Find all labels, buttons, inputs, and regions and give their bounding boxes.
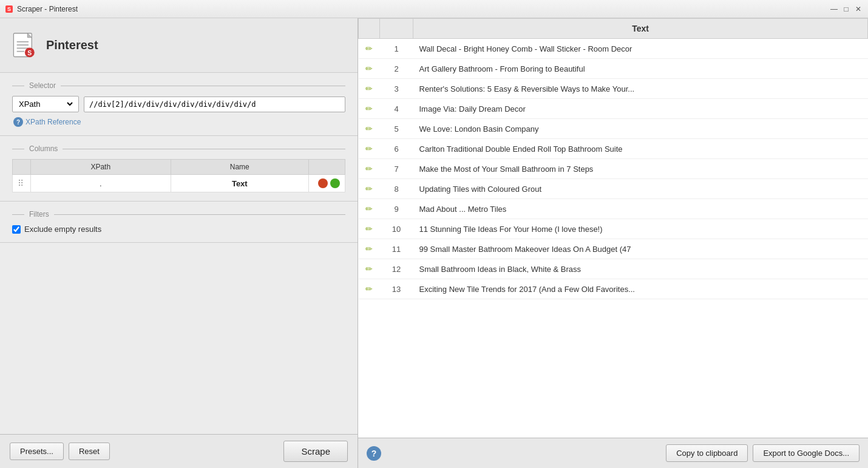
window-title: Scraper - Pinterest [17, 5, 78, 13]
name-cell: Text [171, 175, 308, 192]
row-text: Updating Tiles with Coloured Grout [413, 179, 868, 199]
edit-icon[interactable]: ✏ [365, 164, 373, 174]
edit-cell[interactable]: ✏ [359, 99, 380, 119]
row-number: 4 [380, 99, 413, 119]
edit-icon[interactable]: ✏ [365, 144, 373, 154]
edit-icon[interactable]: ✏ [365, 64, 373, 73]
xpath-cell: . [31, 175, 171, 192]
reset-button[interactable]: Reset [69, 443, 110, 460]
document-icon: S [11, 32, 38, 59]
row-text: Make the Most of Your Small Bathroom in … [413, 159, 868, 179]
edit-icon[interactable]: ✏ [365, 264, 373, 274]
window-controls[interactable]: — □ ✕ [829, 4, 863, 14]
app-icon-small: S [5, 5, 13, 13]
selector-type-select[interactable]: XPath CSS [16, 99, 75, 109]
row-actions [314, 178, 340, 188]
title-bar-title: S Scraper - Pinterest [5, 5, 78, 13]
right-toolbar-buttons: Copy to clipboard Export to Google Docs.… [666, 444, 860, 462]
row-number: 5 [380, 119, 413, 139]
edit-cell[interactable]: ✏ [359, 219, 380, 239]
right-bottom-toolbar: ? Copy to clipboard Export to Google Doc… [358, 438, 868, 468]
edit-cell[interactable]: ✏ [359, 159, 380, 179]
table-row: ✏5We Love: London Basin Company [359, 119, 868, 139]
actions-cell [309, 175, 345, 192]
actions-col-header [309, 160, 345, 175]
selector-type-dropdown[interactable]: XPath CSS [12, 96, 79, 112]
edit-icon[interactable]: ✏ [365, 184, 373, 194]
main-layout: S Pinterest Selector XPath CSS ? XPath R… [0, 18, 868, 468]
edit-icon[interactable]: ✏ [365, 284, 373, 294]
help-button[interactable]: ? [367, 446, 381, 461]
row-number: 10 [380, 219, 413, 239]
edit-cell[interactable]: ✏ [359, 39, 380, 59]
copy-to-clipboard-button[interactable]: Copy to clipboard [666, 444, 748, 462]
row-number: 12 [380, 259, 413, 279]
results-header-row: Text [359, 19, 868, 39]
table-row: ✏1199 Small Master Bathroom Makeover Ide… [359, 239, 868, 259]
exclude-empty-checkbox[interactable] [12, 225, 21, 234]
row-number: 7 [380, 159, 413, 179]
exclude-empty-label[interactable]: Exclude empty results [24, 225, 101, 234]
row-text: Art Gallery Bathroom - From Boring to Be… [413, 59, 868, 79]
filters-label: Filters [12, 210, 345, 219]
edit-icon[interactable]: ✏ [365, 224, 373, 234]
results-table: Text ✏1Wall Decal - Bright Honey Comb - … [358, 18, 868, 299]
columns-table: XPath Name ⠿ . Text [12, 159, 345, 192]
selector-label: Selector [12, 81, 345, 90]
edit-icon[interactable]: ✏ [365, 44, 373, 53]
presets-button[interactable]: Presets... [10, 443, 64, 460]
columns-section: Columns XPath Name ⠿ . [0, 136, 358, 202]
edit-icon[interactable]: ✏ [365, 104, 373, 114]
row-text: 11 Stunning Tile Ideas For Your Home (I … [413, 219, 868, 239]
table-row: ✏4Image Via: Daily Dream Decor [359, 99, 868, 119]
table-row: ✏9Mad About ... Metro Tiles [359, 199, 868, 219]
row-number: 8 [380, 179, 413, 199]
app-icon: S [10, 30, 39, 61]
edit-cell[interactable]: ✏ [359, 239, 380, 259]
row-text: Mad About ... Metro Tiles [413, 199, 868, 219]
xpath-reference-label: XPath Reference [25, 118, 81, 126]
edit-col-header [359, 19, 380, 39]
filters-section: Filters Exclude empty results [0, 202, 358, 243]
close-button[interactable]: ✕ [853, 4, 863, 14]
edit-cell[interactable]: ✏ [359, 139, 380, 159]
title-bar: S Scraper - Pinterest — □ ✕ [0, 0, 868, 18]
edit-cell[interactable]: ✏ [359, 279, 380, 299]
edit-cell[interactable]: ✏ [359, 179, 380, 199]
name-col-header: Name [171, 160, 308, 175]
edit-icon[interactable]: ✏ [365, 124, 373, 134]
row-text: Renter's Solutions: 5 Easy & Reversible … [413, 79, 868, 99]
left-btn-group: Presets... Reset [10, 443, 110, 460]
left-panel: S Pinterest Selector XPath CSS ? XPath R… [0, 18, 358, 468]
edit-cell[interactable]: ✏ [359, 199, 380, 219]
edit-cell[interactable]: ✏ [359, 259, 380, 279]
minimize-button[interactable]: — [829, 4, 839, 14]
remove-column-button[interactable] [318, 178, 328, 188]
add-column-button[interactable] [330, 178, 340, 188]
edit-cell[interactable]: ✏ [359, 119, 380, 139]
table-row: ⠿ . Text [13, 175, 345, 192]
table-row: ✏2Art Gallery Bathroom - From Boring to … [359, 59, 868, 79]
xpath-help-icon: ? [13, 117, 23, 127]
edit-icon[interactable]: ✏ [365, 204, 373, 214]
scrape-button[interactable]: Scrape [283, 441, 348, 462]
edit-icon[interactable]: ✏ [365, 84, 373, 93]
xpath-reference-link[interactable]: ? XPath Reference [12, 117, 345, 127]
num-col-header [380, 19, 413, 39]
edit-cell[interactable]: ✏ [359, 59, 380, 79]
table-row: ✏1Wall Decal - Bright Honey Comb - Wall … [359, 39, 868, 59]
xpath-input[interactable] [84, 97, 345, 112]
text-col-header: Text [413, 19, 868, 39]
table-row: ✏7Make the Most of Your Small Bathroom i… [359, 159, 868, 179]
table-row: ✏8Updating Tiles with Coloured Grout [359, 179, 868, 199]
export-to-google-docs-button[interactable]: Export to Google Docs... [753, 444, 860, 462]
edit-icon[interactable]: ✏ [365, 244, 373, 254]
app-title: Pinterest [46, 38, 98, 52]
right-panel: Text ✏1Wall Decal - Bright Honey Comb - … [358, 18, 868, 468]
results-container[interactable]: Text ✏1Wall Decal - Bright Honey Comb - … [358, 18, 868, 438]
row-text: Carlton Traditional Double Ended Roll To… [413, 139, 868, 159]
drag-handle-cell[interactable]: ⠿ [13, 175, 31, 192]
svg-text:S: S [27, 49, 32, 56]
edit-cell[interactable]: ✏ [359, 79, 380, 99]
maximize-button[interactable]: □ [841, 4, 851, 14]
